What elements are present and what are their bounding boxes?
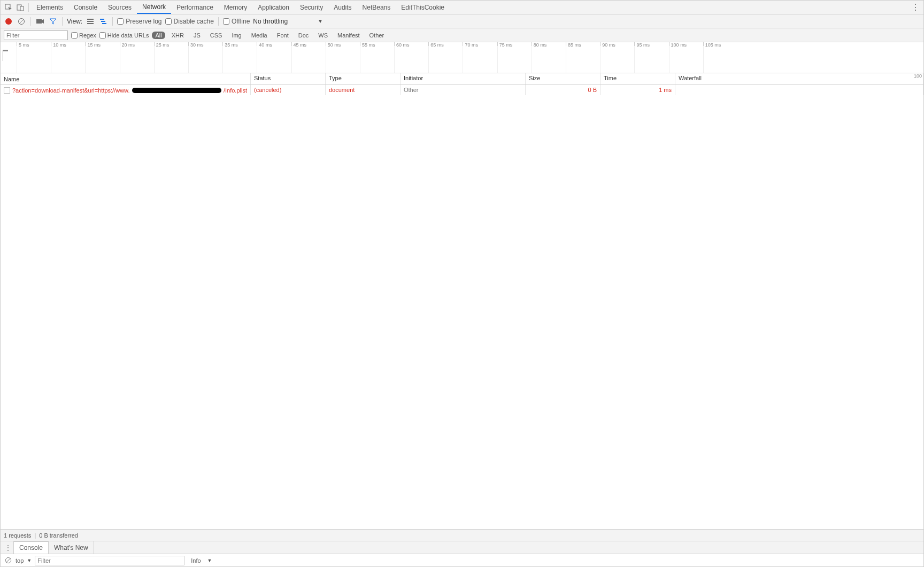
- filter-toggle-icon[interactable]: [48, 17, 58, 26]
- tab-memory[interactable]: Memory: [219, 1, 252, 14]
- tab-sources[interactable]: Sources: [103, 1, 137, 14]
- type-img[interactable]: Img: [228, 32, 244, 39]
- row-time: 1 ms: [600, 85, 675, 95]
- svg-rect-5: [36, 19, 42, 24]
- network-toolbar: View: Preserve log Disable cache Offline…: [1, 14, 923, 28]
- view-large-icon[interactable]: [86, 17, 95, 26]
- row-initiator: Other: [401, 85, 526, 95]
- timeline-tick: 30 ms: [188, 42, 204, 46]
- tab-security[interactable]: Security: [295, 1, 328, 14]
- timeline-tick: 25 ms: [154, 42, 170, 46]
- filter-bar: Regex Hide data URLs All XHR JS CSS Img …: [1, 28, 923, 42]
- devtools-tabbar: Elements Console Sources Network Perform…: [1, 1, 923, 14]
- timeline-marker[interactable]: [3, 50, 8, 61]
- svg-rect-2: [20, 6, 24, 11]
- tab-editthiscookie[interactable]: EditThisCookie: [396, 1, 450, 14]
- table-row[interactable]: ?action=download-manifest&url=https://ww…: [1, 85, 923, 95]
- type-other[interactable]: Other: [366, 32, 388, 39]
- timeline-tick: 20 ms: [120, 42, 135, 46]
- type-all[interactable]: All: [152, 32, 165, 39]
- tab-elements[interactable]: Elements: [31, 1, 68, 14]
- timeline-tick: 45 ms: [291, 42, 307, 46]
- offline-checkbox[interactable]: Offline: [223, 18, 250, 25]
- filter-input[interactable]: [4, 30, 68, 40]
- type-js[interactable]: JS: [190, 32, 204, 39]
- col-initiator[interactable]: Initiator: [401, 73, 526, 85]
- type-xhr[interactable]: XHR: [168, 32, 187, 39]
- panel-tabs: Elements Console Sources Network Perform…: [31, 1, 450, 14]
- row-status: (canceled): [251, 85, 326, 95]
- timeline-tick: 90 ms: [600, 42, 615, 46]
- throttling-caret-icon[interactable]: ▼: [318, 18, 323, 24]
- timeline-tick: 55 ms: [360, 42, 375, 46]
- record-button[interactable]: [4, 17, 13, 26]
- type-font[interactable]: Font: [274, 32, 292, 39]
- drawer-tab-console[interactable]: Console: [13, 541, 49, 554]
- drawer-tab-whatsnew[interactable]: What's New: [49, 541, 94, 554]
- camera-icon[interactable]: [35, 17, 45, 26]
- inspect-icon[interactable]: [3, 2, 14, 13]
- col-type[interactable]: Type: [326, 73, 401, 85]
- timeline-tick: 10 ms: [51, 42, 66, 46]
- console-filter-input[interactable]: [35, 556, 184, 565]
- row-waterfall: [675, 85, 923, 95]
- file-icon: [4, 87, 10, 94]
- device-toggle-icon[interactable]: [14, 2, 26, 13]
- level-caret-icon[interactable]: ▼: [207, 558, 212, 563]
- view-label: View:: [67, 18, 82, 25]
- type-media[interactable]: Media: [248, 32, 271, 39]
- drawer-more-icon[interactable]: ⋮: [3, 544, 13, 551]
- tab-performance[interactable]: Performance: [171, 1, 219, 14]
- timeline-tick: 105 ms: [703, 42, 721, 46]
- tab-application[interactable]: Application: [252, 1, 295, 14]
- view-waterfall-icon[interactable]: [98, 17, 108, 26]
- timeline-tick: 100 ms: [669, 42, 687, 46]
- transferred-size: 0 B transferred: [39, 532, 78, 539]
- svg-line-4: [19, 19, 24, 24]
- console-level-select[interactable]: Info: [188, 557, 204, 564]
- timeline-overview[interactable]: 5 ms10 ms15 ms20 ms25 ms30 ms35 ms40 ms4…: [1, 42, 923, 73]
- tab-netbeans[interactable]: NetBeans: [357, 1, 396, 14]
- col-name[interactable]: Name: [1, 73, 251, 85]
- console-context-select[interactable]: top: [16, 557, 24, 564]
- console-clear-icon[interactable]: [4, 556, 12, 565]
- row-name-prefix: ?action=download-manifest&url=https://ww…: [12, 87, 130, 94]
- timeline-tick: 15 ms: [85, 42, 101, 46]
- type-doc[interactable]: Doc: [295, 32, 312, 39]
- tab-network[interactable]: Network: [137, 1, 171, 14]
- type-ws[interactable]: WS: [315, 32, 331, 39]
- regex-checkbox[interactable]: Regex: [71, 32, 96, 39]
- table-header: Name Status Type Initiator Size Time Wat…: [1, 73, 923, 85]
- hide-data-urls-checkbox[interactable]: Hide data URLs: [99, 32, 149, 39]
- type-css[interactable]: CSS: [207, 32, 226, 39]
- redacted-url: [132, 88, 221, 93]
- col-size[interactable]: Size: [526, 73, 600, 85]
- timeline-tick: 70 ms: [463, 42, 478, 46]
- col-status[interactable]: Status: [251, 73, 326, 85]
- row-size: 0 B: [526, 85, 600, 95]
- timeline-tick: 50 ms: [326, 42, 341, 46]
- row-name-suffix: /Info.plist: [224, 87, 247, 94]
- preserve-log-checkbox[interactable]: Preserve log: [117, 18, 161, 25]
- timeline-tick: 60 ms: [394, 42, 410, 46]
- tab-audits[interactable]: Audits: [328, 1, 357, 14]
- table-body: ?action=download-manifest&url=https://ww…: [1, 85, 923, 529]
- console-toolbar: top ▼ Info ▼: [1, 554, 923, 566]
- throttling-select[interactable]: No throttling: [253, 18, 288, 25]
- more-icon[interactable]: ⋮: [910, 2, 921, 13]
- col-time[interactable]: Time: [600, 73, 675, 85]
- tab-console[interactable]: Console: [68, 1, 103, 14]
- col-waterfall[interactable]: Waterfall 100: [675, 73, 923, 85]
- disable-cache-checkbox[interactable]: Disable cache: [165, 18, 214, 25]
- timeline-tick: 95 ms: [634, 42, 650, 46]
- timeline-tick: 40 ms: [257, 42, 272, 46]
- context-caret-icon[interactable]: ▼: [27, 558, 32, 563]
- type-manifest[interactable]: Manifest: [334, 32, 363, 39]
- status-bar: 1 requests | 0 B transferred: [1, 529, 923, 541]
- clear-icon[interactable]: [17, 17, 26, 26]
- divider: [28, 3, 29, 12]
- timeline-tick: 35 ms: [222, 42, 238, 46]
- svg-rect-10: [101, 21, 105, 22]
- svg-rect-11: [102, 23, 106, 24]
- row-type: document: [326, 85, 401, 95]
